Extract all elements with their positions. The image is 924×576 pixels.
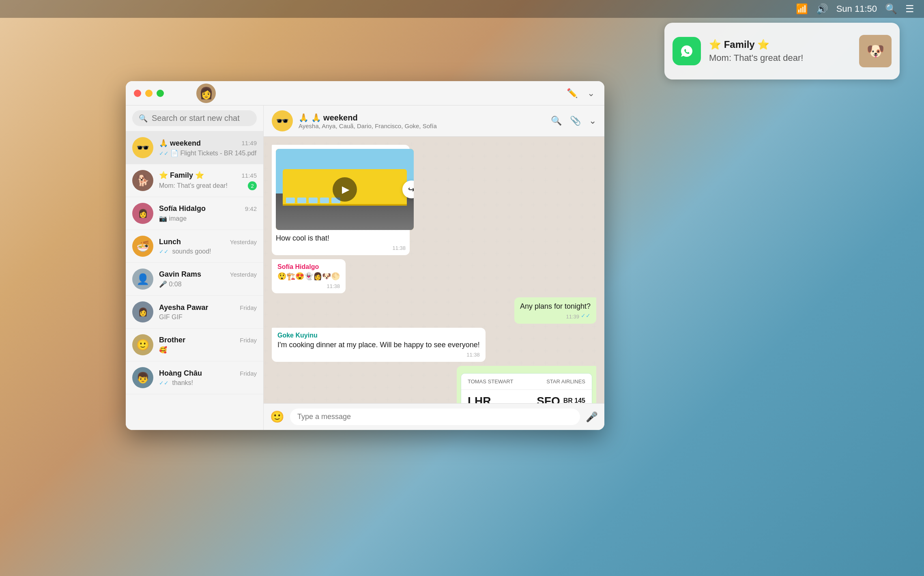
chat-name-row: ⭐ Family ⭐ 11:45	[159, 171, 257, 180]
chat-name-row: Ayesha Pawar Friday	[159, 303, 257, 312]
message-text: 😲🏗️😍👻👩🐶🌕	[277, 271, 340, 282]
message-input[interactable]	[290, 408, 580, 425]
dropdown-button[interactable]: ⌄	[586, 86, 596, 100]
microphone-button[interactable]: 🎤	[586, 411, 598, 423]
messages-area: ▶ ↪ How cool is that! 11:38 Sofía Hidalg…	[264, 137, 604, 403]
menu-icon[interactable]: ☰	[905, 3, 914, 15]
chat-name: Lunch	[159, 238, 181, 246]
message-time: 11:39	[566, 314, 579, 320]
chat-item-ayesha[interactable]: 👩 Ayesha Pawar Friday GIF GIF	[126, 296, 263, 329]
maximize-button[interactable]	[157, 90, 164, 97]
message-time: 11:38	[277, 352, 480, 358]
chat-name: Sofía Hidalgo	[159, 204, 206, 213]
search-input[interactable]	[152, 114, 254, 123]
chat-time: Yesterday	[230, 239, 257, 245]
chat-item-weekend[interactable]: 🕶️ 🙏 weekend 11:49 ✓✓📄 Flight Tickets - …	[126, 131, 263, 164]
titlebar: 👩 ✏️ ⌄	[126, 81, 604, 105]
chat-time: Friday	[240, 304, 257, 311]
chat-preview: ✓✓ sounds good!	[159, 248, 257, 255]
chat-header: 🕶️ 🙏 🙏 weekend Ayesha, Anya, Cauã, Dario…	[264, 105, 604, 137]
chat-item-gavin[interactable]: 👤 Gavin Rams Yesterday 🎤 0:08	[126, 263, 263, 296]
chat-name-row: Lunch Yesterday	[159, 238, 257, 246]
chat-attachment-button[interactable]: 📎	[570, 116, 581, 126]
chat-info-gavin: Gavin Rams Yesterday 🎤 0:08	[159, 270, 257, 288]
message-sofia: Sofía Hidalgo 😲🏗️😍👻👩🐶🌕 11:38	[272, 259, 346, 293]
app-content: 🔍 🕶️ 🙏 weekend 11:49 ✓✓📄 Flight Tickets	[126, 105, 604, 430]
chat-name: Gavin Rams	[159, 270, 201, 279]
chat-avatar-lunch: 🍜	[132, 236, 153, 257]
chat-time: 11:45	[241, 172, 257, 179]
search-bar: 🔍	[126, 105, 263, 131]
menubar-clock: Sun 11:50	[836, 4, 877, 14]
close-button[interactable]	[134, 90, 141, 97]
chat-name-row: Brother Friday	[159, 336, 257, 344]
notification-popup[interactable]: ⭐ Family ⭐ Mom: That's great dear! 🐶	[664, 23, 900, 80]
bubble: Goke Kuyinu I'm cooking dinner at my pla…	[272, 328, 486, 362]
ticket-passenger: TOMAS STEWART	[468, 378, 513, 385]
departure-airport: LHR	[468, 395, 491, 403]
chat-time: 9:42	[245, 205, 257, 212]
message-outgoing: Any plans for tonight? 11:39 ✓✓	[514, 297, 596, 323]
chat-time: Friday	[240, 370, 257, 377]
chat-name: ⭐ Family ⭐	[159, 171, 204, 180]
chat-name: 🙏 weekend	[159, 139, 201, 148]
chat-avatar-gavin: 👤	[132, 269, 153, 290]
message-input-area: 🙂 🎤	[264, 403, 604, 430]
chat-header-name: 🙏 🙏 weekend	[299, 113, 545, 123]
notification-content: ⭐ Family ⭐ Mom: That's great dear!	[709, 39, 851, 63]
chat-search-button[interactable]: 🔍	[551, 116, 562, 126]
chat-preview-row: ✓✓📄 Flight Tickets - BR 145.pdf	[159, 149, 257, 157]
chat-name-row: Hoàng Châu Friday	[159, 369, 257, 378]
play-button[interactable]: ▶	[333, 177, 357, 202]
chat-item-lunch[interactable]: 🍜 Lunch Yesterday ✓✓ sounds good!	[126, 230, 263, 263]
chat-time: 11:49	[241, 140, 257, 146]
arrival-airport: SFO	[537, 395, 560, 403]
sender-name: Goke Kuyinu	[277, 332, 480, 339]
ticket-header: TOMAS STEWART STAR AIRLINES	[461, 374, 592, 389]
search-icon[interactable]: 🔍	[885, 3, 897, 15]
chat-preview-row: ✓✓ thanks!	[159, 379, 257, 387]
chat-avatar-hoang: 👦	[132, 367, 153, 388]
chat-name-row: Sofía Hidalgo 9:42	[159, 204, 257, 213]
chat-info-weekend: 🙏 weekend 11:49 ✓✓📄 Flight Tickets - BR …	[159, 139, 257, 157]
chat-name: Ayesha Pawar	[159, 303, 208, 312]
chat-preview-row: GIF GIF	[159, 314, 257, 321]
chat-preview: GIF GIF	[159, 314, 257, 321]
notification-avatar: 🐶	[859, 35, 892, 67]
chat-info-family: ⭐ Family ⭐ 11:45 Mom: That's great dear!…	[159, 171, 257, 190]
chat-item-hoang[interactable]: 👦 Hoàng Châu Friday ✓✓ thanks!	[126, 361, 263, 394]
compose-button[interactable]: ✏️	[565, 86, 579, 100]
wifi-icon: 📶	[796, 3, 808, 15]
chat-header-info: 🙏 🙏 weekend Ayesha, Anya, Cauã, Dario, F…	[299, 113, 545, 129]
search-container: 🔍	[132, 110, 257, 126]
flight-arrow: →	[494, 400, 533, 403]
video-thumbnail[interactable]: ▶ ↪	[276, 149, 414, 230]
message-ticket: TOMAS STEWART STAR AIRLINES LHR 11:50 →	[457, 366, 596, 403]
chat-avatar-family: 🐕	[132, 170, 153, 191]
chat-info-brother: Brother Friday 🥰	[159, 336, 257, 354]
message-time: 11:38	[276, 245, 406, 251]
chat-preview: ✓✓📄 Flight Tickets - BR 145.pdf	[159, 149, 257, 157]
message-text: I'm cooking dinner at my place. Will be …	[277, 340, 480, 350]
minimize-button[interactable]	[145, 90, 153, 97]
chat-item-sofia[interactable]: 👩 Sofía Hidalgo 9:42 📷 image	[126, 197, 263, 230]
emoji-button[interactable]: 🙂	[270, 410, 284, 423]
chat-name: Brother	[159, 336, 185, 344]
volume-icon: 🔊	[816, 3, 828, 15]
menubar: 📶 🔊 Sun 11:50 🔍 ☰	[0, 0, 924, 18]
chat-preview: ✓✓ thanks!	[159, 379, 257, 387]
chat-avatar-weekend: 🕶️	[132, 137, 153, 158]
ticket-airline: STAR AIRLINES	[546, 378, 585, 385]
chat-more-button[interactable]: ⌄	[589, 116, 596, 126]
chat-item-family[interactable]: 🐕 ⭐ Family ⭐ 11:45 Mom: That's great dea…	[126, 164, 263, 197]
message-video: ▶ ↪ How cool is that! 11:38	[272, 145, 410, 255]
chat-info-hoang: Hoàng Châu Friday ✓✓ thanks!	[159, 369, 257, 387]
read-ticks: ✓✓	[581, 312, 591, 319]
chat-item-brother[interactable]: 🙂 Brother Friday 🥰	[126, 329, 263, 361]
chat-preview: 🎤 0:08	[159, 280, 257, 288]
chat-list: 🕶️ 🙏 weekend 11:49 ✓✓📄 Flight Tickets - …	[126, 131, 263, 430]
notification-app-icon	[673, 37, 701, 65]
chat-name-row: Gavin Rams Yesterday	[159, 270, 257, 279]
chat-header-actions: 🔍 📎 ⌄	[551, 116, 596, 126]
chat-preview-row: 🥰	[159, 346, 257, 354]
